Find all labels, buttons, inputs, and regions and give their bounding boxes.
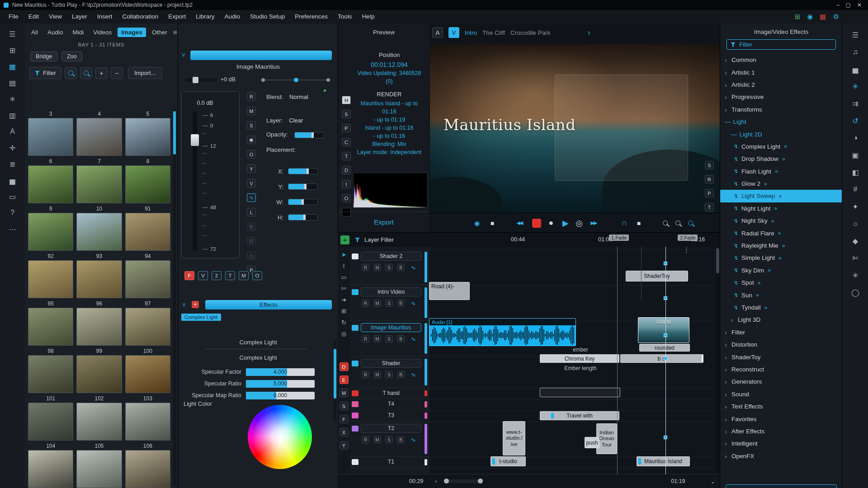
menu-audio[interactable]: Audio: [219, 10, 245, 23]
track-m-button[interactable]: M: [373, 436, 381, 443]
effect-shadertoy[interactable]: ›ShaderToy: [720, 351, 842, 363]
curve-icon[interactable]: ∿: [247, 193, 256, 202]
axis-slider[interactable]: [288, 168, 318, 174]
axis-slider[interactable]: [288, 199, 318, 205]
sparkle-icon[interactable]: ✦: [852, 202, 858, 211]
opacity-slider[interactable]: [294, 132, 324, 138]
timeline-m-button[interactable]: M: [340, 389, 349, 397]
thumbnail-image[interactable]: [125, 308, 170, 346]
clip-chroma-key[interactable]: Chroma Key: [540, 354, 619, 363]
thumbnail-image[interactable]: [76, 403, 122, 441]
document-icon[interactable]: ▤: [7, 78, 19, 88]
effect-light-3d[interactable]: ›Light 3D: [720, 314, 842, 326]
effect-tyndall[interactable]: ↯Tyndall»: [720, 301, 842, 314]
track-s-button[interactable]: S: [385, 371, 393, 378]
thumbnail-image[interactable]: [28, 308, 73, 346]
thumbnail-image[interactable]: [76, 213, 122, 251]
keyframe-handle[interactable]: [664, 357, 667, 360]
media-thumbnail[interactable]: 6: [28, 157, 73, 203]
channel-v-button[interactable]: V: [247, 179, 256, 188]
overlay-s-button[interactable]: S: [705, 161, 714, 169]
effect-radial-flare[interactable]: ↯Radial Flare»: [720, 227, 842, 239]
pan-slider[interactable]: [261, 80, 330, 80]
media-thumbnail[interactable]: 106: [125, 441, 170, 488]
strip-m-button[interactable]: M: [239, 271, 249, 280]
pin-icon[interactable]: ✛: [7, 143, 19, 153]
effect-spot[interactable]: ↯Spot»: [720, 277, 842, 289]
split-view-icon[interactable]: ◧: [852, 168, 859, 177]
channel-r-button[interactable]: R: [247, 92, 256, 101]
sync-icon[interactable]: ◉: [807, 13, 813, 21]
media-thumbnail[interactable]: 7: [76, 157, 122, 203]
effect-artistic-1[interactable]: ›Artistic 1: [720, 66, 842, 78]
overlay-t-button[interactable]: T: [705, 203, 714, 211]
timeline-d-button[interactable]: D: [340, 362, 349, 371]
clip-island[interactable]: Island: [638, 317, 689, 343]
effect-flash-light[interactable]: ↯Flash Light»: [720, 165, 842, 178]
scrollbar-left-handle[interactable]: [444, 479, 449, 483]
viewer-tab-a[interactable]: A: [432, 27, 443, 38]
media-thumbnail[interactable]: 105: [76, 441, 122, 488]
zoom-in-thumbs-button[interactable]: +: [95, 67, 108, 79]
channel-s-button[interactable]: S: [247, 121, 256, 130]
stop-small-icon[interactable]: ■: [488, 217, 497, 229]
track-color-chip[interactable]: [352, 401, 359, 407]
duplicate-tool-icon[interactable]: ⊞: [341, 308, 346, 314]
thumbnail-image[interactable]: [28, 118, 73, 156]
effect-generators[interactable]: ›Generators: [720, 375, 842, 388]
thumbnail-image[interactable]: [76, 355, 122, 393]
track-name[interactable]: Image Mauritius: [361, 323, 421, 332]
effect-distortion[interactable]: ›Distortion: [720, 338, 842, 351]
tab-all[interactable]: All: [28, 28, 42, 37]
target-tool-icon[interactable]: ◎: [341, 330, 346, 337]
track-name[interactable]: T hand: [361, 389, 421, 397]
track-color-chip[interactable]: [352, 289, 359, 295]
overlay-r-button[interactable]: R: [705, 175, 714, 183]
thumbnail-image[interactable]: [28, 450, 73, 488]
menu-studio-setup[interactable]: Studio Setup: [245, 10, 290, 23]
automation-curve-icon[interactable]: ∿: [411, 336, 416, 343]
filter-button[interactable]: Filter: [29, 67, 61, 79]
fade-1-line[interactable]: [617, 247, 618, 474]
tab-videos[interactable]: Videos: [90, 28, 115, 37]
thumbnail-image[interactable]: [28, 213, 73, 251]
cut-tool-icon[interactable]: ✄: [341, 285, 346, 292]
keyframe-handle[interactable]: [664, 296, 667, 300]
preview-p-button[interactable]: P: [342, 124, 351, 132]
blend-value[interactable]: Normal: [289, 94, 308, 100]
loop-record-icon[interactable]: ◎: [575, 217, 584, 229]
effect-drop-shadow[interactable]: ↯Drop Shadow»: [720, 153, 842, 165]
more-icon[interactable]: ⋯: [7, 224, 19, 234]
track-t4[interactable]: T4: [350, 399, 429, 410]
menu-collaboration[interactable]: Collaboration: [118, 10, 164, 23]
media-thumbnail[interactable]: 3: [28, 109, 73, 156]
strip-o-button[interactable]: O: [252, 271, 262, 280]
effects-panel-icon[interactable]: ✳: [852, 82, 858, 91]
strip-2-button[interactable]: 2: [212, 271, 222, 280]
track-b-button[interactable]: B: [397, 371, 405, 378]
transitions-icon[interactable]: ⇉: [852, 99, 858, 108]
effect-reconstruct[interactable]: ›Reconstruct: [720, 363, 842, 375]
track-name[interactable]: T1: [361, 458, 421, 465]
clip-b-s[interactable]: b s: [620, 354, 703, 363]
workspace-grid-icon[interactable]: ▦: [7, 61, 19, 71]
media-thumbnail[interactable]: 99: [76, 347, 122, 393]
audio-panel-icon[interactable]: ♫: [853, 48, 858, 56]
layer-filter-label[interactable]: Layer Filter: [364, 236, 394, 243]
viewer-tab-the-cliff[interactable]: The Cliff: [482, 29, 505, 36]
media-thumbnail[interactable]: 10: [76, 204, 122, 251]
tab-audio[interactable]: Audio: [44, 28, 67, 37]
channel-o-button[interactable]: O: [247, 150, 256, 159]
tab-midi[interactable]: Midi: [69, 28, 88, 37]
effects-section-bar[interactable]: Effects: [205, 300, 332, 310]
extensions-icon[interactable]: ⊞: [795, 13, 801, 21]
effect-light-2d[interactable]: —Light 2D: [720, 128, 842, 140]
track-t-hand[interactable]: T hand: [350, 388, 429, 399]
track-m-button[interactable]: M: [373, 371, 381, 378]
menu-edit[interactable]: Edit: [24, 10, 44, 23]
track-name[interactable]: T3: [361, 412, 421, 419]
effect-openfx[interactable]: ›OpenFX: [720, 450, 842, 462]
volume-fader[interactable]: [193, 112, 197, 251]
effect-progressive[interactable]: ›Progressive: [720, 91, 842, 103]
channel-y-button[interactable]: Y: [247, 164, 256, 173]
